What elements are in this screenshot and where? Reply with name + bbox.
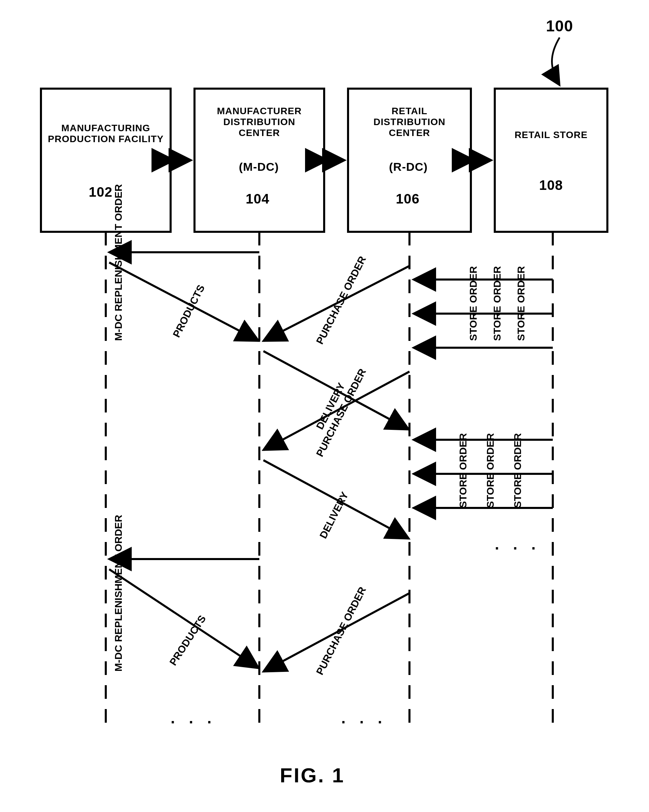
box2-ref: 104: [246, 191, 269, 207]
label-store-order-1c: STORE ORDER: [515, 266, 527, 341]
box3-title: RETAIL DISTRIBUTION CENTER: [355, 106, 464, 139]
box3-acronym: (R-DC): [389, 160, 428, 174]
box2-acronym: (M-DC): [239, 160, 279, 174]
label-store-order-1b: STORE ORDER: [491, 266, 503, 341]
box2-title: MANUFACTURER DISTRIBUTION CENTER: [201, 106, 317, 139]
label-store-order-2c: STORE ORDER: [512, 433, 523, 508]
ellipsis-2: . . .: [341, 709, 387, 727]
box3-ref: 106: [396, 191, 420, 207]
box-manufacturing: [41, 89, 171, 232]
label-store-order-1a: STORE ORDER: [467, 266, 479, 341]
figure-label: FIG. 1: [280, 763, 345, 787]
ellipsis-1: . . .: [171, 709, 216, 727]
box1-title: MANUFACTURING PRODUCTION FACILITY: [48, 123, 164, 145]
box4-title: RETAIL STORE: [502, 130, 600, 140]
figure-ref: 100: [546, 17, 573, 35]
ellipsis-3: . . .: [495, 535, 540, 553]
box4-ref: 108: [539, 177, 563, 193]
box1-ref: 102: [89, 184, 113, 200]
diagram-root: 100 MANUFACTURING PRODUCTION FACILITY 10…: [0, 0, 649, 812]
label-mdc-replen-1: M-DC REPLENISHMENT ORDER: [113, 184, 124, 341]
label-store-order-2b: STORE ORDER: [485, 433, 496, 508]
label-store-order-2a: STORE ORDER: [457, 433, 469, 508]
box-retail-store: [495, 89, 608, 232]
label-mdc-replen-2: M-DC REPLENISHMENT ORDER: [113, 515, 124, 672]
